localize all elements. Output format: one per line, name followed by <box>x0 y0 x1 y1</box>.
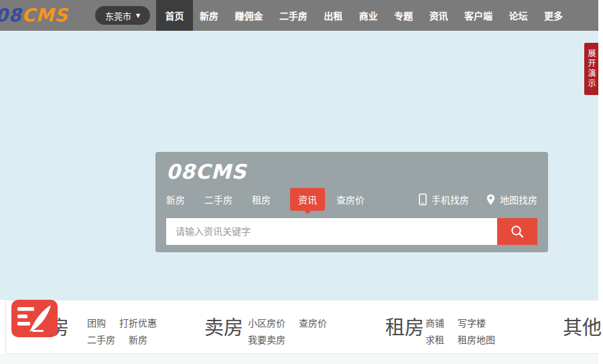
link-row: 小区房价 查房价 <box>248 314 327 331</box>
link-newhouse[interactable]: 新房 <box>129 333 147 346</box>
nav-item-newhouse[interactable]: 新房 <box>200 9 218 22</box>
search-panel: 08CMS 新房 二手房 租房 资讯 查房价 手机找房 <box>155 152 548 252</box>
search-tab-rent[interactable]: 租房 <box>252 193 271 206</box>
category-buy-links: 团购 打折优惠 二手房 新房 <box>87 314 157 347</box>
search-input[interactable] <box>166 218 497 245</box>
search-tabs: 新房 二手房 租房 资讯 查房价 手机找房 地图找 <box>166 189 537 209</box>
category-rent-links: 商铺 写字楼 求租 租房地图 <box>425 314 495 347</box>
map-pin-icon <box>486 194 495 205</box>
document-quill-icon <box>11 300 58 337</box>
link-secondhand[interactable]: 二手房 <box>87 333 115 346</box>
logo-part-cms: CMS <box>22 5 68 25</box>
nav-item-more[interactable]: 更多 <box>544 9 563 22</box>
nav-item-secondhand[interactable]: 二手房 <box>279 9 308 22</box>
nav-item-business[interactable]: 商业 <box>359 9 378 22</box>
link-row: 我要卖房 <box>248 331 327 347</box>
link-check-price[interactable]: 查房价 <box>299 316 327 329</box>
link-rent-map[interactable]: 租房地图 <box>458 333 495 346</box>
link-community-price[interactable]: 小区房价 <box>248 316 285 329</box>
search-tab-price[interactable]: 查房价 <box>336 193 364 206</box>
bottom-band <box>0 354 598 364</box>
top-navbar: 08CMS 东莞市 ▼ 首页 新房 赚佣金 二手房 出租 商业 专题 资讯 客户… <box>0 0 598 31</box>
footer-quicklinks: 买房 团购 打折优惠 二手房 新房 卖房 小区房价 查房价 我要卖房 租房 <box>5 300 598 354</box>
nav-item-client[interactable]: 客户端 <box>464 9 492 22</box>
link-row: 求租 租房地图 <box>425 331 495 347</box>
search-tab-news-active[interactable]: 资讯 <box>290 188 325 211</box>
smartphone-icon <box>419 193 427 205</box>
magnifier-icon <box>510 224 525 239</box>
city-selector-label: 东莞市 <box>105 9 131 22</box>
link-discount[interactable]: 打折优惠 <box>119 316 157 329</box>
page: 08CMS 东莞市 ▼ 首页 新房 赚佣金 二手房 出租 商业 专题 资讯 客户… <box>0 0 603 364</box>
category-sell-links: 小区房价 查房价 我要卖房 <box>248 314 327 347</box>
link-seek-rent[interactable]: 求租 <box>425 333 444 346</box>
nav-items: 新房 赚佣金 二手房 出租 商业 专题 资讯 客户端 论坛 更多 <box>193 0 570 31</box>
category-other-title[interactable]: 其他 <box>563 318 602 339</box>
link-shop[interactable]: 商铺 <box>425 316 444 329</box>
site-logo[interactable]: 08CMS <box>0 5 68 25</box>
link-groupbuy[interactable]: 团购 <box>87 316 106 329</box>
search-tab-newhouse[interactable]: 新房 <box>166 193 185 206</box>
map-search-label: 地图找房 <box>500 193 537 206</box>
map-search-link[interactable]: 地图找房 <box>486 193 537 206</box>
document-quill-glyph <box>16 304 53 333</box>
link-office[interactable]: 写字楼 <box>458 316 486 329</box>
mobile-search-label: 手机找房 <box>431 193 469 206</box>
search-button[interactable] <box>497 218 537 245</box>
link-row: 团购 打折优惠 <box>87 314 157 331</box>
search-row <box>166 218 537 245</box>
link-row: 商铺 写字楼 <box>425 314 495 331</box>
nav-item-home[interactable]: 首页 <box>156 0 193 31</box>
mobile-search-link[interactable]: 手机找房 <box>419 193 469 206</box>
nav-item-commission[interactable]: 赚佣金 <box>234 9 263 22</box>
nav-item-rent[interactable]: 出租 <box>324 9 342 22</box>
panel-utils: 手机找房 地图找房 <box>419 193 537 206</box>
panel-logo: 08CMS <box>166 160 537 183</box>
link-sell-house[interactable]: 我要卖房 <box>248 333 285 346</box>
category-sell-title[interactable]: 卖房 <box>204 318 243 339</box>
link-row: 二手房 新房 <box>87 331 157 347</box>
category-rent-title[interactable]: 租房 <box>385 318 424 339</box>
nav-item-topics[interactable]: 专题 <box>394 9 413 22</box>
search-tab-secondhand[interactable]: 二手房 <box>204 193 232 206</box>
nav-item-forum[interactable]: 论坛 <box>509 9 528 22</box>
nav-item-news[interactable]: 资讯 <box>429 9 448 22</box>
chevron-down-icon: ▼ <box>136 13 140 19</box>
logo-part-number: 08 <box>0 5 22 25</box>
expand-demo-tab[interactable]: 展开演示 <box>584 43 598 95</box>
nav-item-label: 首页 <box>165 9 184 22</box>
city-selector[interactable]: 东莞市 ▼ <box>95 6 150 25</box>
